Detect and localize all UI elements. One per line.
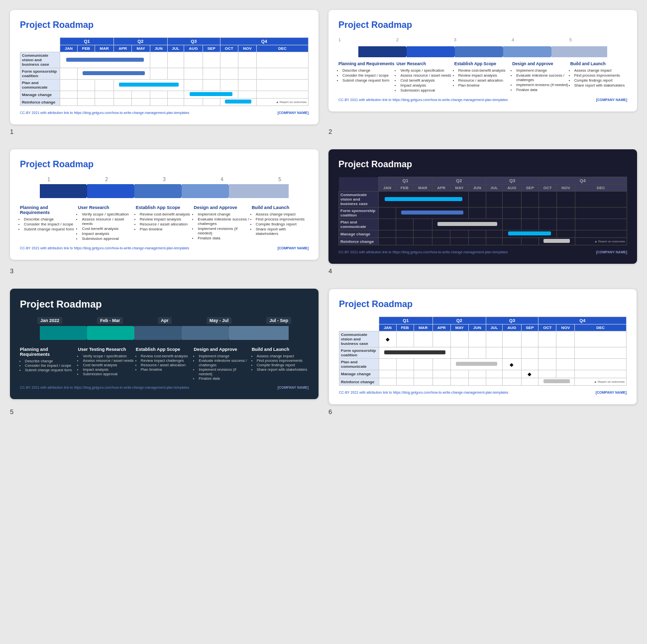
gantt-row-4-5: Reinforce change ▲ Report on outcomes [339, 238, 627, 245]
card-1-title: Project Roadmap [20, 20, 309, 30]
step-bullets-5-1: Describe change Consider the impact / sc… [20, 359, 77, 372]
svg-marker-11 [87, 326, 139, 340]
m4-nov: NOV [556, 185, 575, 192]
q2-header-6: Q2 [432, 317, 486, 324]
card-number-1: 1 [10, 128, 13, 135]
card-5: Project Roadmap Jan 2022 Feb - Mar Apr M… [10, 289, 319, 399]
gantt-row-6-4: Manage change ◆ [339, 370, 627, 378]
m6-apr: APR [432, 324, 450, 331]
gantt-row-6-3: Plan and communicate ◆ [339, 359, 627, 370]
m4-mar: MAR [413, 185, 432, 192]
step-bullets-3-3: Review cost-benefit analysis Review impa… [136, 212, 193, 231]
gantt-row-6-2: Form sponsorship coalition [339, 347, 627, 359]
footer-link-6[interactable]: CC-BY 2021 with attribution link to http… [339, 391, 508, 394]
step-bullets-3-2: Verify scope / specification Assess reso… [78, 212, 134, 241]
q4-header: Q4 [220, 38, 308, 45]
gantt-table-4: Q1 Q2 Q3 Q4 JAN FEB MAR APR MAY JUN JUL [338, 177, 627, 245]
roadmap-col-3-5: Build and Launch Assess change impact Fi… [252, 205, 309, 241]
gantt-row-6-1: Communicate vision and business case ◆ [339, 331, 627, 347]
gantt-row-4: Manage change [20, 91, 309, 99]
card-number-4: 4 [328, 267, 332, 275]
roadmap-col-3-1: Planning and Requirements Describe chang… [20, 205, 77, 241]
gantt-row-1: Communicate vision and business case [20, 52, 309, 68]
arrow-svg-3 [20, 184, 309, 198]
step-bullets-2-3: Review cost-benefit analysis Review impa… [454, 68, 511, 88]
svg-marker-12 [134, 326, 187, 340]
card-wrapper-5: Project Roadmap Jan 2022 Feb - Mar Apr M… [10, 289, 319, 405]
m-aug: AUG [184, 45, 203, 52]
step-title-3-3: Establish App Scope [136, 205, 193, 210]
m4-aug: AUG [503, 185, 522, 192]
footer-link-1[interactable]: CC-BY 2021 with attribution link to http… [20, 111, 189, 114]
m6-jul: JUL [486, 324, 502, 331]
svg-marker-3 [503, 46, 555, 57]
q2-header-4: Q2 [432, 177, 486, 185]
roadmap-col-2-4: Design and Approve Implement change Eval… [512, 61, 569, 93]
gantt-row-4-4: Manage change [339, 230, 627, 238]
svg-marker-1 [407, 46, 459, 57]
step-bullets-5-5: Assess change impact Find process improv… [252, 354, 309, 372]
m-apr: APR [114, 45, 132, 52]
m6-nov: NOV [556, 324, 575, 331]
card-number-2: 2 [328, 128, 332, 135]
m-may: MAY [132, 45, 150, 52]
card-1: Project Roadmap Q1 Q2 Q3 Q4 JAN FEB [10, 10, 319, 124]
footer-link-5[interactable]: CC-BY 2021 with attribution link to http… [20, 386, 189, 389]
step-bullets-2-2: Verify scope / specification Assess reso… [396, 68, 453, 93]
company-name-1: [COMPANY NAME] [278, 111, 309, 114]
timeline-numbers-2: 1 2 3 4 5 [338, 37, 627, 42]
card-number-5: 5 [10, 408, 13, 416]
m6-dec: DEC [575, 324, 627, 331]
step-title-3-1: Planning and Requirements [20, 205, 77, 215]
svg-marker-5 [40, 184, 92, 198]
roadmap-col-2-2: User Research Verify scope / specificati… [396, 61, 453, 93]
m-nov: NOV [238, 45, 256, 52]
roadmap-content-2: Planning and Requirements Describe chang… [338, 61, 627, 93]
footer-link-3[interactable]: CC-BY 2021 with attribution link to http… [20, 246, 189, 250]
gantt-row-4-2: Form sponsorship coalition [339, 208, 627, 219]
m-feb: FEB [77, 45, 95, 52]
m6-may: MAY [450, 324, 468, 331]
card-1-footer: CC-BY 2021 with attribution link to http… [20, 111, 309, 114]
gantt-row-2: Form sponsorship coalition [20, 68, 309, 80]
step-title-2-2: User Research [396, 61, 453, 66]
m4-jul: JUL [486, 185, 503, 192]
roadmap-col-2-1: Planning and Requirements Describe chang… [338, 61, 395, 93]
svg-marker-4 [551, 46, 607, 57]
m4-sep: SEP [521, 185, 539, 192]
step-title-5-5: Build and Launch [252, 347, 309, 352]
card-number-6: 6 [328, 408, 332, 416]
m4-dec: DEC [575, 185, 627, 192]
svg-marker-13 [182, 326, 234, 340]
step-bullets-3-5: Assess change impact Find process improv… [252, 212, 309, 236]
gantt-empty-header [20, 38, 60, 45]
m-jan: JAN [60, 45, 78, 52]
step-bullets-2-5: Assess change impact Find process improv… [570, 68, 627, 88]
arrow-svg-2 [338, 46, 627, 57]
m-jun: JUN [150, 45, 167, 52]
card-2-footer: CC-BY 2021 with attribution link to http… [338, 98, 627, 102]
card-4-footer: CC-BY 2021 with attribution link to http… [338, 250, 627, 254]
m-mar: MAR [95, 45, 113, 52]
m6-jun: JUN [468, 324, 486, 331]
q3-header-4: Q3 [486, 177, 539, 185]
card-6-title: Project Roadmap [339, 299, 627, 310]
step-title-2-5: Build and Launch [570, 61, 627, 66]
step-bullets-2-4: Implement change Evaluate milestone succ… [512, 68, 569, 92]
m-jul: JUL [167, 45, 184, 52]
gantt-empty-month [20, 45, 60, 52]
arrow-svg-5 [20, 326, 309, 340]
svg-marker-8 [182, 184, 234, 198]
footer-link-4[interactable]: CC-BY 2021 with attribution link to http… [338, 250, 508, 254]
roadmap-col-5-4: Design and Approve Implement change Eval… [194, 347, 250, 381]
step-bullets-3-4: Implement change Evaluate milestone succ… [194, 212, 250, 240]
step-title-2-3: Establish App Scope [454, 61, 511, 66]
step-title-3-2: User Research [78, 205, 134, 210]
footer-link-2[interactable]: CC-BY 2021 with attribution link to http… [338, 98, 508, 102]
step-title-5-3: Establish App Scope [136, 347, 193, 352]
card-4-title: Project Roadmap [338, 159, 627, 170]
step-bullets-5-3: Review cost-benefit analysis Review impa… [136, 354, 193, 372]
m4-feb: FEB [396, 185, 413, 192]
step-title-2-1: Planning and Requirements [338, 61, 395, 66]
step-title-5-4: Design and Approve [194, 347, 250, 352]
